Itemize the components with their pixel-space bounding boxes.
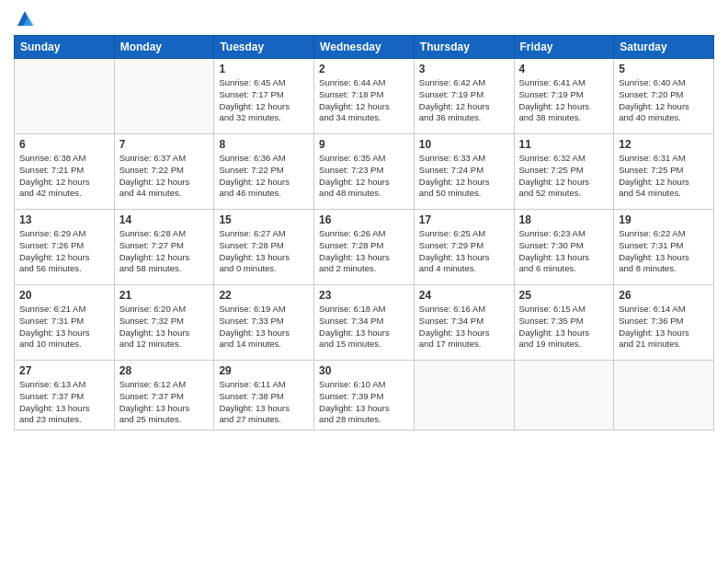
header bbox=[14, 9, 714, 28]
calendar-cell-16: 15Sunrise: 6:27 AM Sunset: 7:28 PM Dayli… bbox=[214, 210, 314, 285]
calendar-cell-10: 9Sunrise: 6:35 AM Sunset: 7:23 PM Daylig… bbox=[314, 134, 415, 210]
weekday-header-saturday: Saturday bbox=[614, 36, 714, 59]
calendar-cell-22: 21Sunrise: 6:20 AM Sunset: 7:32 PM Dayli… bbox=[114, 285, 214, 361]
day-info-23: Sunrise: 6:18 AM Sunset: 7:34 PM Dayligh… bbox=[319, 304, 409, 350]
day-info-5: Sunrise: 6:40 AM Sunset: 7:20 PM Dayligh… bbox=[619, 77, 709, 124]
day-info-20: Sunrise: 6:21 AM Sunset: 7:31 PM Dayligh… bbox=[19, 304, 109, 350]
calendar-cell-29: 28Sunrise: 6:12 AM Sunset: 7:37 PM Dayli… bbox=[114, 361, 214, 431]
day-number-1: 1 bbox=[219, 63, 309, 75]
calendar-cell-28: 27Sunrise: 6:13 AM Sunset: 7:37 PM Dayli… bbox=[15, 361, 115, 431]
day-number-12: 12 bbox=[619, 138, 709, 151]
day-info-1: Sunrise: 6:45 AM Sunset: 7:17 PM Dayligh… bbox=[219, 77, 309, 124]
day-info-10: Sunrise: 6:33 AM Sunset: 7:24 PM Dayligh… bbox=[419, 153, 509, 200]
day-info-22: Sunrise: 6:19 AM Sunset: 7:33 PM Dayligh… bbox=[219, 304, 309, 350]
weekday-header-sunday: Sunday bbox=[15, 36, 115, 59]
day-info-29: Sunrise: 6:11 AM Sunset: 7:38 PM Dayligh… bbox=[219, 379, 309, 426]
calendar-cell-24: 23Sunrise: 6:18 AM Sunset: 7:34 PM Dayli… bbox=[314, 285, 415, 361]
day-number-22: 22 bbox=[219, 289, 309, 302]
day-info-21: Sunrise: 6:20 AM Sunset: 7:32 PM Dayligh… bbox=[119, 304, 210, 350]
weekday-header-tuesday: Tuesday bbox=[214, 36, 314, 59]
page: SundayMondayTuesdayWednesdayThursdayFrid… bbox=[0, 0, 728, 563]
day-number-25: 25 bbox=[519, 289, 609, 302]
calendar-cell-11: 10Sunrise: 6:33 AM Sunset: 7:24 PM Dayli… bbox=[414, 134, 514, 210]
day-info-11: Sunrise: 6:32 AM Sunset: 7:25 PM Dayligh… bbox=[519, 153, 609, 200]
calendar-cell-18: 17Sunrise: 6:25 AM Sunset: 7:29 PM Dayli… bbox=[414, 210, 514, 285]
day-info-9: Sunrise: 6:35 AM Sunset: 7:23 PM Dayligh… bbox=[319, 153, 409, 200]
calendar-cell-3: 2Sunrise: 6:44 AM Sunset: 7:18 PM Daylig… bbox=[314, 59, 415, 134]
calendar-cell-4: 3Sunrise: 6:42 AM Sunset: 7:19 PM Daylig… bbox=[414, 59, 514, 134]
calendar-row-0: 1Sunrise: 6:45 AM Sunset: 7:17 PM Daylig… bbox=[15, 59, 714, 134]
calendar-cell-19: 18Sunrise: 6:23 AM Sunset: 7:30 PM Dayli… bbox=[514, 210, 614, 285]
day-info-15: Sunrise: 6:27 AM Sunset: 7:28 PM Dayligh… bbox=[219, 228, 309, 275]
calendar-row-3: 20Sunrise: 6:21 AM Sunset: 7:31 PM Dayli… bbox=[15, 285, 714, 361]
calendar-table: SundayMondayTuesdayWednesdayThursdayFrid… bbox=[14, 35, 714, 431]
day-info-12: Sunrise: 6:31 AM Sunset: 7:25 PM Dayligh… bbox=[619, 153, 709, 200]
day-number-9: 9 bbox=[319, 138, 409, 151]
day-number-26: 26 bbox=[619, 289, 709, 302]
day-number-16: 16 bbox=[319, 213, 409, 226]
day-info-26: Sunrise: 6:14 AM Sunset: 7:36 PM Dayligh… bbox=[619, 304, 709, 350]
day-number-8: 8 bbox=[219, 138, 309, 151]
day-number-24: 24 bbox=[419, 289, 509, 302]
day-number-14: 14 bbox=[119, 213, 210, 226]
weekday-header-friday: Friday bbox=[514, 36, 614, 59]
calendar-cell-17: 16Sunrise: 6:26 AM Sunset: 7:28 PM Dayli… bbox=[314, 210, 415, 285]
calendar-cell-8: 7Sunrise: 6:37 AM Sunset: 7:22 PM Daylig… bbox=[114, 134, 214, 210]
weekday-header-wednesday: Wednesday bbox=[314, 36, 415, 59]
calendar-cell-32 bbox=[414, 361, 514, 431]
calendar-row-4: 27Sunrise: 6:13 AM Sunset: 7:37 PM Dayli… bbox=[15, 361, 714, 431]
day-number-2: 2 bbox=[319, 63, 409, 75]
day-number-17: 17 bbox=[419, 213, 509, 226]
day-number-6: 6 bbox=[19, 138, 109, 151]
day-info-27: Sunrise: 6:13 AM Sunset: 7:37 PM Dayligh… bbox=[19, 379, 109, 426]
calendar-cell-26: 25Sunrise: 6:15 AM Sunset: 7:35 PM Dayli… bbox=[514, 285, 614, 361]
day-info-25: Sunrise: 6:15 AM Sunset: 7:35 PM Dayligh… bbox=[519, 304, 609, 350]
day-info-19: Sunrise: 6:22 AM Sunset: 7:31 PM Dayligh… bbox=[619, 228, 709, 275]
day-info-13: Sunrise: 6:29 AM Sunset: 7:26 PM Dayligh… bbox=[19, 228, 109, 275]
calendar-cell-21: 20Sunrise: 6:21 AM Sunset: 7:31 PM Dayli… bbox=[15, 285, 115, 361]
weekday-header-thursday: Thursday bbox=[414, 36, 514, 59]
day-number-5: 5 bbox=[619, 63, 709, 75]
weekday-header-row: SundayMondayTuesdayWednesdayThursdayFrid… bbox=[15, 36, 714, 59]
day-info-24: Sunrise: 6:16 AM Sunset: 7:34 PM Dayligh… bbox=[419, 304, 509, 350]
calendar-cell-2: 1Sunrise: 6:45 AM Sunset: 7:17 PM Daylig… bbox=[214, 59, 314, 134]
calendar-cell-13: 12Sunrise: 6:31 AM Sunset: 7:25 PM Dayli… bbox=[614, 134, 714, 210]
logo bbox=[14, 9, 34, 28]
day-info-2: Sunrise: 6:44 AM Sunset: 7:18 PM Dayligh… bbox=[319, 77, 409, 124]
day-number-30: 30 bbox=[319, 364, 409, 377]
day-info-8: Sunrise: 6:36 AM Sunset: 7:22 PM Dayligh… bbox=[219, 153, 309, 200]
day-number-21: 21 bbox=[119, 289, 210, 302]
day-number-19: 19 bbox=[619, 213, 709, 226]
calendar-row-1: 6Sunrise: 6:38 AM Sunset: 7:21 PM Daylig… bbox=[15, 134, 714, 210]
day-info-30: Sunrise: 6:10 AM Sunset: 7:39 PM Dayligh… bbox=[319, 379, 409, 426]
calendar-cell-30: 29Sunrise: 6:11 AM Sunset: 7:38 PM Dayli… bbox=[214, 361, 314, 431]
day-number-10: 10 bbox=[419, 138, 509, 151]
day-info-17: Sunrise: 6:25 AM Sunset: 7:29 PM Dayligh… bbox=[419, 228, 509, 275]
day-number-3: 3 bbox=[419, 63, 509, 75]
calendar-cell-6: 5Sunrise: 6:40 AM Sunset: 7:20 PM Daylig… bbox=[614, 59, 714, 134]
day-number-29: 29 bbox=[219, 364, 309, 377]
day-number-27: 27 bbox=[19, 364, 109, 377]
day-info-6: Sunrise: 6:38 AM Sunset: 7:21 PM Dayligh… bbox=[19, 153, 109, 200]
calendar-cell-33 bbox=[514, 361, 614, 431]
day-info-3: Sunrise: 6:42 AM Sunset: 7:19 PM Dayligh… bbox=[419, 77, 509, 124]
day-info-14: Sunrise: 6:28 AM Sunset: 7:27 PM Dayligh… bbox=[119, 228, 210, 275]
day-number-11: 11 bbox=[519, 138, 609, 151]
calendar-cell-0 bbox=[15, 59, 115, 134]
calendar-cell-1 bbox=[114, 59, 214, 134]
calendar-cell-7: 6Sunrise: 6:38 AM Sunset: 7:21 PM Daylig… bbox=[15, 134, 115, 210]
calendar-cell-5: 4Sunrise: 6:41 AM Sunset: 7:19 PM Daylig… bbox=[514, 59, 614, 134]
logo-icon bbox=[16, 9, 34, 28]
calendar-cell-14: 13Sunrise: 6:29 AM Sunset: 7:26 PM Dayli… bbox=[15, 210, 115, 285]
day-number-18: 18 bbox=[519, 213, 609, 226]
day-number-15: 15 bbox=[219, 213, 309, 226]
calendar-cell-31: 30Sunrise: 6:10 AM Sunset: 7:39 PM Dayli… bbox=[314, 361, 415, 431]
day-number-23: 23 bbox=[319, 289, 409, 302]
day-number-13: 13 bbox=[19, 213, 109, 226]
day-number-28: 28 bbox=[119, 364, 210, 377]
calendar-cell-34 bbox=[614, 361, 714, 431]
day-info-16: Sunrise: 6:26 AM Sunset: 7:28 PM Dayligh… bbox=[319, 228, 409, 275]
day-number-4: 4 bbox=[519, 63, 609, 75]
calendar-cell-27: 26Sunrise: 6:14 AM Sunset: 7:36 PM Dayli… bbox=[614, 285, 714, 361]
day-number-20: 20 bbox=[19, 289, 109, 302]
